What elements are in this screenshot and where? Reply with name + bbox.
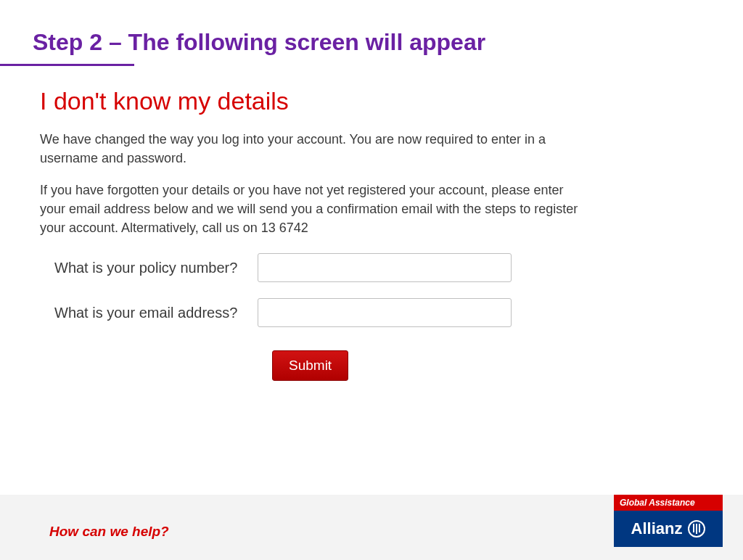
intro-paragraph-2: If you have forgotten your details or yo… [40,181,580,237]
policy-number-input[interactable] [258,253,512,282]
email-address-label: What is your email address? [40,305,258,321]
form-row-email: What is your email address? [40,298,591,327]
allianz-logo-top: Global Assistance [614,495,723,511]
step-title: Step 2 – The following screen will appea… [33,29,485,56]
email-address-input[interactable] [258,298,512,327]
allianz-wordmark: Allianz [631,519,683,538]
subheading: I don't know my details [40,87,591,115]
policy-number-label: What is your policy number? [40,260,258,276]
form-row-policy: What is your policy number? [40,253,591,282]
slide: Step 2 – The following screen will appea… [0,0,743,560]
submit-row: Submit [272,350,591,381]
content-area: I don't know my details We have changed … [40,87,591,381]
allianz-logo-main: Allianz [614,511,723,547]
allianz-eagle-icon [688,520,705,538]
title-underline [0,64,134,66]
submit-button[interactable]: Submit [272,350,348,381]
allianz-logo: Global Assistance Allianz [614,495,723,547]
intro-paragraph-1: We have changed the way you log into you… [40,130,580,168]
footer-tagline: How can we help? [49,524,169,540]
